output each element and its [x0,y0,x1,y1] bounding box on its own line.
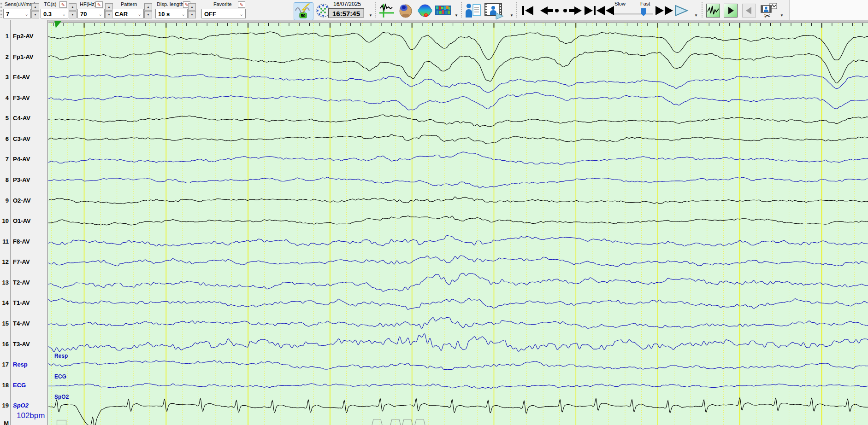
toolbar-separator [375,2,376,18]
channel-label[interactable]: T2-AV [13,279,30,286]
pattern-spin-down-button[interactable]: ▼ [144,11,152,18]
disp-length-combobox[interactable]: 10 s⌄ [155,9,188,18]
eeg-view-toggle-button[interactable] [706,4,720,17]
channel-row-Resp[interactable]: 17Resp [0,361,47,369]
time-display[interactable]: 16:57:45 [328,8,364,18]
channel-row-F8-AV[interactable]: 11F8-AV [0,238,47,246]
playback-dropdown-arrow[interactable]: ▼ [694,13,698,17]
play-backward-button[interactable] [742,4,756,17]
disp-length-spin-down-button[interactable]: ▼ [188,11,196,18]
step-forward-button[interactable] [562,6,582,22]
channel-label[interactable]: ECG [13,382,26,389]
channel-row-Fp2-AV[interactable]: 1Fp2-AV [0,33,47,41]
small-play-icon [724,4,737,17]
channel-number: 16 [0,341,9,348]
step-back-button[interactable] [540,6,560,22]
favorite-combobox[interactable]: OFF⌄ [201,9,246,18]
fast-rewind-button[interactable] [596,6,614,22]
notch-filter-50hz-button[interactable]: 50 50 [294,2,313,20]
head-3d-map-button[interactable] [398,3,413,18]
eeg-waveform-canvas[interactable] [48,20,868,425]
channel-label[interactable]: SpO2 [13,402,29,409]
channel-label[interactable]: F4-AV [13,74,30,81]
hf-edit-pencil-icon[interactable]: ✎ [95,1,103,8]
channel-label[interactable]: C3-AV [13,135,30,142]
channel-row-P4-AV[interactable]: 7P4-AV [0,156,47,164]
channel-label[interactable]: F8-AV [13,238,30,245]
speed-slider-track[interactable] [614,13,653,15]
clip-export-button[interactable]: ✂ [761,3,778,18]
channel-row-F4-AV[interactable]: 3F4-AV [0,74,47,82]
channel-row-T3-AV[interactable]: 16T3-AV [0,341,47,349]
clip-dropdown-arrow[interactable]: ▼ [780,13,784,17]
patient-info-button[interactable] [465,3,481,18]
channel-row-O2-AV[interactable]: 9O2-AV [0,197,47,205]
channel-label[interactable]: Fp2-AV [13,33,34,40]
channel-row-Fp1-AV[interactable]: 2Fp1-AV [0,53,47,62]
channel-label[interactable]: C4-AV [13,115,30,122]
channel-number: 1 [0,33,9,40]
channel-row-O1-AV[interactable]: 10O1-AV [0,217,47,226]
channel-number: 13 [0,279,9,286]
channel-label-m[interactable]: M [0,420,9,425]
video-button[interactable] [484,3,504,18]
chevron-down-icon: ⌄ [99,9,102,19]
arrow-left-dot-icon [540,6,560,15]
hf-combobox[interactable]: 70⌄ [77,9,105,18]
channel-label[interactable]: T3-AV [13,341,30,348]
tc-label: TC(s) [44,1,57,7]
sens-combobox[interactable]: 7⌄ [3,9,31,18]
channel-number: 12 [0,258,9,265]
waveform-measure-button[interactable] [379,3,395,18]
channel-label[interactable]: T4-AV [13,320,30,327]
channel-row-SpO2[interactable]: 19SpO2 [0,402,47,410]
tc-spin-up-button[interactable]: ▲ [69,3,77,11]
channel-label[interactable]: F3-AV [13,94,30,101]
channel-label[interactable]: Fp1-AV [13,53,34,60]
main-toolbar: Sens(uV/mm) 7⌄ ▲ ▼ TC(s) ✎ 0.3⌄ ▲ ▼ HF(H… [0,0,868,21]
channel-label[interactable]: P3-AV [13,176,30,183]
channel-row-T4-AV[interactable]: 15T4-AV [0,320,47,328]
favorite-edit-pencil-icon[interactable]: ✎ [238,1,245,8]
fast-forward-button[interactable] [655,6,673,22]
video-dropdown-arrow[interactable]: ▼ [510,13,514,17]
channel-label[interactable]: O2-AV [13,197,31,204]
disp-length-spin-up-button[interactable]: ▲ [188,3,196,11]
film-scissors-icon: ✂ [761,3,778,20]
toolbar-gripper[interactable] [0,2,2,18]
channel-number: 6 [0,135,9,142]
sens-spin-up-button[interactable]: ▲ [31,3,39,11]
jump-to-start-button[interactable] [521,6,534,21]
topo-map-button[interactable] [417,3,433,18]
pattern-combobox[interactable]: CAR⌄ [112,9,144,18]
skip-to-end-icon [584,6,596,16]
tc-edit-pencil-icon[interactable]: ✎ [59,1,67,8]
channel-label[interactable]: P4-AV [13,156,30,163]
tc-spin-down-button[interactable]: ▼ [69,11,77,18]
tc-combobox[interactable]: 0.3⌄ [41,9,68,18]
channel-label[interactable]: F7-AV [13,258,30,265]
channel-row-C4-AV[interactable]: 5C4-AV [0,115,47,123]
channel-label[interactable]: Resp [13,361,28,368]
channel-row-F3-AV[interactable]: 4F3-AV [0,94,47,103]
chevron-down-icon: ⌄ [182,9,185,19]
channel-row-T1-AV[interactable]: 14T1-AV [0,299,47,308]
jump-to-end-button[interactable] [584,6,596,21]
pattern-spin-up-button[interactable]: ▲ [144,3,152,11]
time-dropdown-arrow[interactable]: ▼ [369,13,372,17]
channel-row-C3-AV[interactable]: 6C3-AV [0,135,47,144]
date-label: 16/07/2025 [328,1,366,7]
play-review-button[interactable] [724,4,738,17]
play-button[interactable] [674,5,689,20]
channel-row-P3-AV[interactable]: 8P3-AV [0,176,47,185]
dsa-spectrogram-button[interactable] [435,6,451,21]
sens-spin-down-button[interactable]: ▼ [31,11,39,18]
channel-row-ECG[interactable]: 18ECG [0,382,47,390]
analysis-dropdown-arrow[interactable]: ▼ [455,13,458,17]
small-back-icon [743,4,756,17]
channel-label[interactable]: T1-AV [13,299,30,306]
channel-label[interactable]: O1-AV [13,217,31,224]
channel-row-F7-AV[interactable]: 12F7-AV [0,258,47,267]
favorite-label: Favorite [213,1,232,7]
channel-row-T2-AV[interactable]: 13T2-AV [0,279,47,287]
